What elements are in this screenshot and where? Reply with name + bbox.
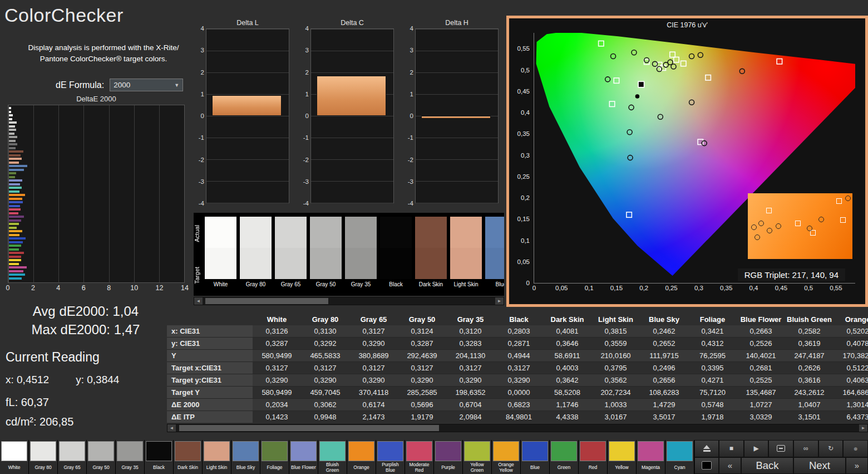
delta-chart-y-tick-label: 0 — [410, 113, 413, 119]
table-cell: 0,2803 — [495, 325, 543, 338]
play-button[interactable]: ▶ — [744, 440, 769, 457]
palette-patch-purplish-blue[interactable]: Purplish Blue — [376, 440, 405, 474]
table-cell: 580,9499 — [253, 350, 301, 362]
palette-patch-color — [377, 441, 403, 461]
record-button[interactable]: ● — [843, 440, 868, 457]
palette-patch-green[interactable]: Green — [550, 440, 579, 474]
current-reading-label: Current Reading — [6, 350, 169, 365]
table-scroll-left-icon[interactable]: ◄ — [167, 424, 176, 432]
palette-patch-blue-sky[interactable]: Blue Sky — [231, 440, 260, 474]
palette-patch-blue[interactable]: Blue — [521, 440, 550, 474]
strip-scroll-right-icon[interactable]: ► — [495, 297, 504, 305]
table-scrollbar[interactable]: ◄ ► — [167, 424, 868, 432]
table-cell: 108,6283 — [640, 387, 688, 399]
cie-y-tick-label: 0,4 — [521, 109, 530, 116]
strip-swatch-target — [275, 248, 307, 279]
strip-swatch: Dark Skin — [415, 217, 447, 296]
strip-swatch-target — [240, 248, 272, 279]
delta-chart-y-tick-label: 4 — [410, 25, 413, 32]
palette-patch-gray-50[interactable]: Gray 50 — [87, 440, 116, 474]
deltae-bar — [9, 129, 16, 131]
table-cell: 370,4118 — [349, 387, 398, 399]
palette-patch-gray-65[interactable]: Gray 65 — [58, 440, 87, 474]
table-cell: 0,5122 — [834, 362, 868, 374]
back-chevron-button[interactable]: « — [719, 457, 741, 474]
refresh-button[interactable]: ↻ — [818, 440, 844, 457]
table-cell: 1,3014 — [834, 399, 868, 411]
app-title: ColorChecker — [4, 4, 124, 26]
stop-button[interactable]: ■ — [719, 440, 744, 457]
palette-patch-moderate-red[interactable]: Moderate Red — [405, 440, 434, 474]
deltae-bar — [9, 270, 23, 272]
strip-swatch: White — [205, 217, 236, 296]
table-cell: 243,2612 — [785, 387, 834, 399]
table-row-label: ΔE 2000 — [167, 399, 253, 411]
palette-patch-label: Gray 50 — [87, 461, 115, 474]
strip-scroll-left-icon[interactable]: ◄ — [194, 297, 203, 305]
palette-patch-label: Dark Skin — [174, 461, 202, 474]
inset-target-point — [766, 208, 772, 213]
back-button[interactable]: Back — [741, 457, 793, 474]
palette-patch-dark-skin[interactable]: Dark Skin — [174, 440, 203, 474]
palette-patch-blue-flower[interactable]: Blue Flower — [289, 440, 318, 474]
palette-patch-yellow[interactable]: Yellow — [608, 440, 637, 474]
table-scroll-track[interactable] — [176, 424, 859, 432]
palette-patch-label: Green — [550, 461, 578, 474]
palette-patch-gray-80[interactable]: Gray 80 — [29, 440, 58, 474]
strip-scroll-thumb[interactable] — [205, 298, 328, 304]
deltae-bar — [9, 194, 25, 196]
palette-patch-label: Foliage — [260, 461, 289, 474]
strip-swatch-actual — [415, 217, 447, 248]
refresh-icon: ↻ — [828, 444, 834, 452]
loop-button[interactable]: ∞ — [793, 440, 818, 457]
cie-inset-zoom — [748, 193, 852, 259]
table-cell: 3,1501 — [785, 411, 834, 423]
table-scroll-thumb[interactable] — [179, 425, 439, 431]
table-scroll-right-icon[interactable]: ► — [859, 424, 867, 432]
palette-patch-cyan[interactable]: Cyan — [665, 440, 694, 474]
marker-button[interactable] — [768, 440, 793, 457]
cie-y-tick-label: 0,05 — [517, 258, 530, 265]
delta-chart-y-tick-label: -3 — [303, 178, 309, 185]
palette-patch-orange[interactable]: Orange — [347, 440, 376, 474]
palette-patch-white[interactable]: White — [0, 440, 29, 474]
palette-patch-label: Black — [145, 461, 173, 474]
deltae-x-tick-label: 10 — [130, 284, 138, 292]
display-button[interactable] — [694, 457, 719, 474]
palette-patch-black[interactable]: Black — [145, 440, 174, 474]
strip-swatches: WhiteGray 80Gray 65Gray 50Gray 35BlackDa… — [205, 213, 504, 296]
next-button[interactable]: Next — [793, 457, 846, 474]
palette-patch-magenta[interactable]: Magenta — [637, 440, 665, 474]
palette-patch-color — [262, 441, 288, 461]
current-cd-value: cd/m²: 206,85 — [6, 416, 169, 428]
strip-scrollbar[interactable]: ◄ ► — [194, 297, 504, 305]
deltae-x-tick-label: 6 — [82, 284, 86, 292]
palette-patch-gray-35[interactable]: Gray 35 — [116, 440, 145, 474]
deltae-bar — [9, 136, 17, 138]
palette-patch-label: Red — [579, 461, 607, 474]
cie-panel: CIE 1976 u'v' — [506, 16, 868, 307]
palette-patch-purple[interactable]: Purple — [434, 440, 463, 474]
deltae-bar — [9, 241, 23, 243]
cie-plot: 00,050,10,150,20,250,30,350,40,450,50,55… — [534, 33, 855, 284]
table-cell: 0,3290 — [253, 374, 301, 387]
deltae-bar — [9, 219, 21, 222]
de-formula-select[interactable]: 2000 ▼ — [110, 79, 183, 91]
strip-scroll-track[interactable] — [203, 297, 495, 305]
deltae-chart: DeltaE 2000 02468101214 — [4, 95, 188, 293]
palette-patch-foliage[interactable]: Foliage — [260, 440, 289, 474]
palette-patch-bluish-green[interactable]: Bluish Green — [318, 440, 347, 474]
palette-patch-orange-yellow[interactable]: Orange Yellow — [492, 440, 521, 474]
palette-patch-light-skin[interactable]: Light Skin — [203, 440, 231, 474]
strip-swatch: Gray 80 — [240, 217, 272, 296]
table-column-header: Bluish Green — [785, 313, 834, 325]
next-chevron-button[interactable]: » — [846, 457, 868, 474]
palette-patch-yellow-green[interactable]: Yellow Green — [463, 440, 492, 474]
eject-button[interactable] — [694, 440, 719, 457]
palette-patch-red[interactable]: Red — [579, 440, 608, 474]
delta-chart-title: Delta L — [206, 19, 289, 28]
deltae-x-tick-label: 0 — [6, 284, 10, 292]
eject-icon — [703, 445, 711, 452]
palette-patch-label: Blue Sky — [231, 461, 260, 474]
table-cell: 76,2595 — [688, 350, 737, 362]
